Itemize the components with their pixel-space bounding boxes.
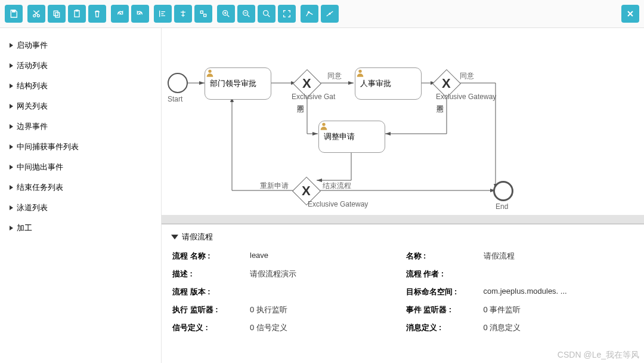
sidebar-item-label: 结束任务列表: [17, 182, 63, 193]
close-icon[interactable]: [621, 5, 639, 23]
prop-value[interactable]: 0 信号定义: [250, 322, 400, 333]
gateway-x-icon: X: [302, 183, 311, 199]
sidebar-item[interactable]: 中间捕获事件列表: [10, 137, 151, 157]
sidebar-item[interactable]: 启动事件: [10, 35, 151, 56]
prop-label: 描述 :: [172, 269, 244, 279]
sidebar: 启动事件 活动列表 结构列表 网关列表 边界事件 中间捕获事件列表 中间抛出事件…: [0, 28, 161, 363]
chevron-right-icon: [10, 124, 13, 129]
prop-value[interactable]: com.jeeplus.modules. ...: [484, 287, 634, 297]
zoom-fit-icon[interactable]: [278, 5, 296, 23]
prop-value[interactable]: leave: [250, 251, 400, 262]
end-event[interactable]: [493, 181, 513, 201]
chevron-right-icon: [10, 63, 13, 68]
same-size-icon[interactable]: [194, 5, 212, 23]
prop-label: 目标命名空间 :: [406, 287, 478, 297]
align-center-icon[interactable]: [174, 5, 192, 23]
start-event[interactable]: [168, 73, 188, 93]
zoom-in-icon[interactable]: [217, 5, 235, 23]
prop-value[interactable]: [250, 287, 400, 297]
save-icon[interactable]: [5, 5, 23, 23]
align-left-icon[interactable]: [154, 5, 172, 23]
sidebar-item-label: 启动事件: [17, 40, 48, 51]
svg-rect-8: [204, 14, 206, 17]
svg-point-13: [329, 13, 331, 15]
svg-rect-7: [200, 11, 203, 13]
diagram-edges: [162, 28, 644, 215]
prop-value[interactable]: 0 消息定义: [484, 322, 634, 333]
edge-label: 重新申请: [260, 181, 289, 191]
sidebar-item[interactable]: 中间抛出事件: [10, 157, 151, 177]
paste-icon[interactable]: [68, 5, 86, 23]
task-label: 部门领导审批: [210, 78, 256, 89]
gateway-label: Exclusive Gateway: [436, 93, 496, 101]
task-label: 调整申请: [324, 131, 355, 142]
sidebar-item[interactable]: 泳道列表: [10, 198, 151, 218]
cut-icon[interactable]: [27, 5, 45, 23]
bendpoint-remove-icon[interactable]: [321, 5, 339, 23]
task-label: 人事审批: [360, 78, 391, 89]
delete-icon[interactable]: [88, 5, 106, 23]
prop-value[interactable]: 请假流程演示: [250, 269, 400, 279]
prop-label: 信号定义 :: [172, 322, 244, 333]
svg-rect-0: [12, 10, 15, 12]
prop-label: 执行 监听器 :: [172, 304, 244, 315]
sidebar-item[interactable]: 边界事件: [10, 116, 151, 137]
gateway-label: Exclusive Gateway: [308, 200, 368, 208]
sidebar-item-label: 网关列表: [17, 101, 48, 112]
sidebar-item-label: 结构列表: [17, 81, 48, 91]
sidebar-item-label: 中间抛出事件: [17, 162, 63, 173]
svg-point-14: [208, 70, 211, 73]
horizontal-scrollbar[interactable]: [162, 215, 644, 223]
prop-value[interactable]: [484, 269, 634, 279]
prop-value[interactable]: 0 事件监听: [484, 304, 634, 315]
user-task-dept[interactable]: 部门领导审批: [205, 67, 271, 100]
prop-value[interactable]: 0 执行监听: [250, 304, 400, 315]
zoom-reset-icon[interactable]: [258, 5, 275, 23]
toolbar: [0, 0, 644, 28]
prop-label: 流程 作者 :: [406, 269, 478, 279]
properties-title[interactable]: 请假流程: [172, 232, 633, 242]
watermark: CSDN @Le_我在等风: [558, 350, 639, 361]
gateway-label: Exclusive Gat: [292, 93, 335, 101]
undo-icon[interactable]: [131, 5, 149, 23]
sidebar-item-label: 泳道列表: [17, 202, 48, 213]
chevron-right-icon: [10, 165, 13, 170]
sidebar-item-label: 活动列表: [17, 60, 48, 71]
gateway-x-icon: X: [442, 76, 451, 91]
sidebar-item[interactable]: 结构列表: [10, 76, 151, 96]
chevron-down-icon: [171, 235, 178, 239]
prop-label: 消息定义 :: [406, 322, 478, 333]
sidebar-item[interactable]: 结束任务列表: [10, 177, 151, 198]
user-task-hr[interactable]: 人事审批: [355, 67, 422, 100]
bendpoint-add-icon[interactable]: [301, 5, 318, 23]
redo-icon[interactable]: [111, 5, 129, 23]
prop-label: 事件 监听器 :: [406, 304, 478, 315]
edge-label: 同意: [327, 71, 342, 81]
prop-label: 流程 名称 :: [172, 251, 244, 262]
chevron-right-icon: [10, 205, 13, 210]
svg-rect-3: [54, 11, 58, 16]
prop-label: 名称 :: [406, 251, 478, 262]
diagram-canvas[interactable]: Start 部门领导审批 X Exclusive Gat 同意 不同意 人事审批…: [162, 28, 644, 215]
sidebar-item-label: 中间捕获事件列表: [17, 141, 79, 152]
edge-label: 同意: [460, 71, 474, 81]
chevron-right-icon: [10, 185, 13, 190]
zoom-out-icon[interactable]: [237, 5, 255, 23]
svg-point-11: [264, 11, 268, 16]
user-task-adjust[interactable]: 调整申请: [318, 121, 385, 153]
svg-point-16: [322, 123, 325, 126]
chevron-right-icon: [10, 43, 13, 48]
prop-label: 流程 版本 :: [172, 287, 244, 297]
sidebar-item[interactable]: 活动列表: [10, 56, 151, 76]
sidebar-item-label: 加工: [17, 223, 32, 233]
gateway-x-icon: X: [302, 76, 311, 91]
chevron-right-icon: [10, 104, 13, 109]
user-icon: [319, 121, 329, 131]
svg-rect-4: [55, 13, 60, 17]
user-icon: [355, 68, 365, 78]
sidebar-item[interactable]: 加工: [10, 218, 151, 238]
start-label: Start: [168, 95, 182, 103]
prop-value[interactable]: 请假流程: [484, 251, 634, 262]
copy-icon[interactable]: [48, 5, 66, 23]
sidebar-item[interactable]: 网关列表: [10, 96, 151, 116]
